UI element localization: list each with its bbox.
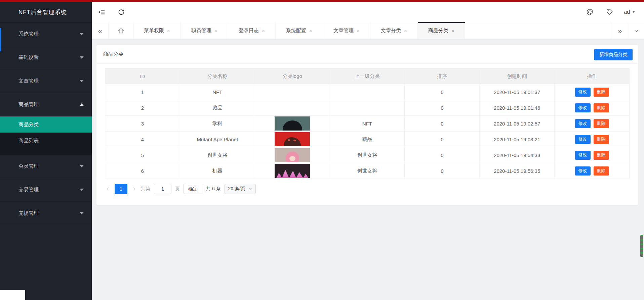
sidebar-item-goods-category[interactable]: 商品分类 [0,116,92,133]
current-page-button[interactable]: 1 [115,184,127,194]
chevron-down-icon [80,165,84,167]
id-cell: 6 [105,163,180,179]
name-cell: 机器 [180,163,255,179]
category-logo-image [275,132,310,146]
created-cell: 2020-11-05 19:01:46 [480,100,555,116]
sidebar-item-label: 系统管理 [18,31,39,37]
goto-suffix-label: 页 [175,186,180,192]
card-header: 商品分类 新增商品分类 [96,45,638,64]
table-row: 4 Mutant Ape Planet 藏品 0 2020-11-05 19:0… [105,132,630,147]
open-tabs: 菜单权限 × 职员管理 × 登录日志 × 系统配置 × [133,22,465,39]
next-page-button[interactable] [131,184,137,194]
logo-cell [255,84,330,100]
user-name: ad [624,9,630,15]
sidebar-item-articles[interactable]: 文章管理 [0,69,92,93]
chevron-right-icon [132,187,136,191]
sidebar-subitem-label: 商品分类 [18,121,39,127]
palette-icon [586,8,594,16]
edit-button[interactable]: 修改 [575,166,591,176]
delete-button[interactable]: 删除 [594,103,609,112]
logo-shape [283,120,302,131]
home-icon [117,27,125,35]
collapse-sidebar-button[interactable] [92,2,111,22]
tabs-scroll-right-button[interactable]: » [612,22,628,39]
sidebar-scrollbar-thumb[interactable] [0,28,1,51]
tab-close-icon[interactable]: × [357,28,360,34]
tab-close-icon[interactable]: × [262,28,265,34]
goto-prefix-label: 到第 [141,186,150,192]
column-header: ID [105,68,180,84]
prev-page-button[interactable] [105,184,111,194]
tab[interactable]: 文章分类 × [370,22,418,39]
page-scrollbar-thumb[interactable] [640,235,643,257]
created-cell: 2020-11-05 19:54:33 [480,147,555,163]
tab[interactable]: 职员管理 × [181,22,228,39]
chevron-left-icon [106,187,110,191]
delete-button[interactable]: 删除 [594,135,609,144]
sidebar-item-label: 交易管理 [18,187,39,193]
chevron-down-icon [80,56,84,59]
column-header: 分类名称 [180,68,255,84]
delete-button[interactable]: 删除 [594,88,609,97]
tab[interactable]: 商品分类 × [418,22,465,39]
logo-cell [255,116,330,132]
tabs-scroll-left-button[interactable]: « [92,22,109,39]
sidebar-item-members[interactable]: 会员管理 [0,155,92,178]
total-count-label: 共 6 条 [206,186,221,192]
edit-button[interactable]: 修改 [575,135,591,144]
delete-button[interactable]: 删除 [594,151,609,160]
tabs-menu-button[interactable] [628,22,644,39]
edit-button[interactable]: 修改 [575,151,591,160]
tab-close-icon[interactable]: × [167,28,170,34]
goto-confirm-button[interactable]: 确定 [184,184,202,194]
sidebar-item-goods-list[interactable]: 商品列表 [0,133,92,149]
tab[interactable]: 登录日志 × [228,22,276,39]
tab[interactable]: 系统配置 × [276,22,323,39]
tab-close-icon[interactable]: × [214,28,217,34]
chevron-down-icon [633,28,639,34]
sidebar-item-system[interactable]: 系统管理 [0,22,92,46]
delete-button[interactable]: 删除 [594,119,609,128]
tab-close-icon[interactable]: × [309,28,312,34]
tab-close-icon[interactable]: × [404,28,407,34]
sidebar-item-label: 会员管理 [18,163,39,169]
refresh-button[interactable] [111,2,131,22]
sidebar-item-transactions[interactable]: 交易管理 [0,178,92,202]
theme-button[interactable] [580,2,600,22]
chevron-up-icon [80,103,84,106]
pagination: 1 到第 页 确定 共 6 条 20 条/页 [105,184,630,194]
tab-label: 文章分类 [381,28,401,34]
tab-label: 文章管理 [333,28,354,34]
user-menu[interactable]: ad ▼ [619,2,644,22]
page-size-select[interactable]: 20 条/页 [225,184,256,194]
chevron-down-icon [80,33,84,35]
edit-button[interactable]: 修改 [575,103,591,112]
tab-close-icon[interactable]: × [451,28,454,34]
collapse-menu-icon [97,8,106,16]
add-category-button[interactable]: 新增商品分类 [594,49,633,60]
delete-button[interactable]: 删除 [594,166,609,176]
sidebar-item-goods[interactable]: 商品管理 [0,93,92,116]
home-tab[interactable] [109,22,133,39]
tab[interactable]: 菜单权限 × [133,22,181,39]
goto-page-input[interactable] [154,184,171,194]
tag-button[interactable] [600,2,619,22]
tab[interactable]: 文章管理 × [323,22,370,39]
column-header: 上一级分类 [330,68,405,84]
category-table: ID 分类名称 分类logo 上一级分类 排序 创建时间 [105,68,630,179]
sort-cell: 0 [405,163,480,179]
edit-button[interactable]: 修改 [575,119,591,128]
top-red-strip [0,0,644,2]
topbar: ad ▼ [92,2,644,22]
logo-shape [276,169,308,178]
table-row: 6 机器 创世女将 0 2020-11-05 19:56:35 [105,163,630,179]
created-cell: 2020-11-05 19:03:21 [480,132,555,147]
sidebar-item-basic-settings[interactable]: 基础设置 [0,46,92,69]
logo-cell [255,163,330,179]
id-cell: 2 [105,100,180,116]
column-header: 排序 [405,68,480,84]
sidebar-item-deposit-withdraw[interactable]: 充提管理 [0,202,92,225]
edit-button[interactable]: 修改 [575,88,591,97]
sort-cell: 0 [405,147,480,163]
sidebar: NFT后台管理系统 系统管理 基础设置 文章管理 商品管理 商品分类 [0,2,92,300]
